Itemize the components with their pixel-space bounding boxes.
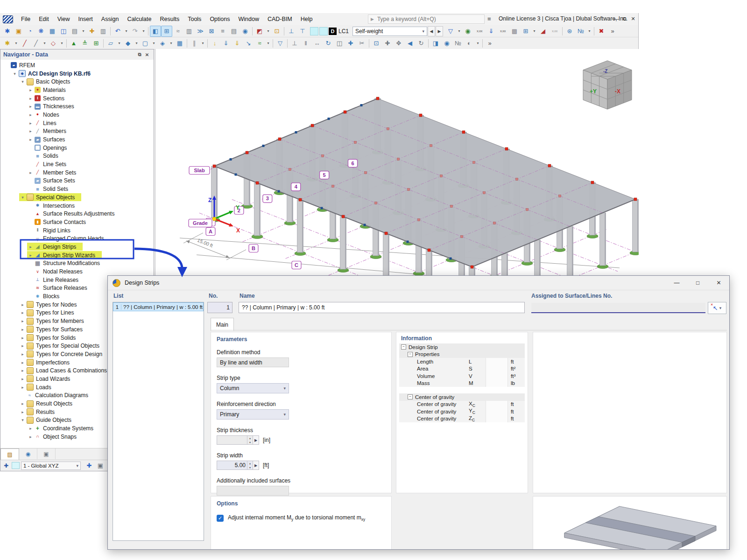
mirror[interactable]: ◫	[334, 38, 345, 49]
toolbar-overflow-2[interactable]: »	[484, 38, 495, 49]
lc-color-swatch-2[interactable]	[319, 27, 328, 35]
navigator-float-button[interactable]: ⧉	[136, 51, 143, 58]
tree-item-design-strip-wizards[interactable]: ▸Design Strip Wizards	[0, 251, 154, 259]
move-copy[interactable]: ✚	[345, 38, 356, 49]
list-item[interactable]: 1 ?? | Column | Primary | w : 5.00 ft	[113, 302, 204, 311]
tables-toggle[interactable]: ⊞	[161, 26, 172, 37]
expander-icon[interactable]: ▾	[19, 418, 26, 422]
previous-load-case-button[interactable]: ◀	[428, 26, 435, 36]
new-opening[interactable]: ▢	[140, 38, 151, 49]
tree-item-surface-contacts[interactable]: Surface Contacts	[0, 218, 154, 226]
menu-view[interactable]: View	[53, 14, 74, 25]
tree-item-special-objects[interactable]: ▾Special Objects	[0, 193, 154, 202]
network-projects[interactable]: ❋	[35, 26, 47, 37]
included-surfaces-field[interactable]	[217, 486, 289, 496]
align-objects[interactable]: ⊥	[289, 38, 300, 49]
tree-item-rigid-links[interactable]: Rigid Links	[0, 226, 154, 235]
menu-insert[interactable]: Insert	[74, 14, 97, 25]
opening-more[interactable]: ▾	[151, 38, 157, 49]
menu-assign[interactable]: Assign	[97, 14, 123, 25]
zoom-in[interactable]: ✚	[382, 38, 393, 49]
show-values-3[interactable]: x.xx	[549, 26, 561, 37]
expander-icon[interactable]: ▸	[19, 319, 26, 323]
expander-icon[interactable]: ▸	[19, 327, 26, 332]
presets-more[interactable]: ▾	[586, 26, 592, 37]
search-list-icon[interactable]: ≡	[487, 16, 495, 23]
adjust-moment-checkbox[interactable]: ✓	[217, 515, 224, 522]
new-imperfection[interactable]: ≈	[254, 38, 265, 49]
rotate-view[interactable]: ↻	[416, 38, 427, 49]
member-more[interactable]: ▾	[42, 38, 48, 49]
new-nodal-load[interactable]: ↓	[209, 38, 220, 49]
tab-views[interactable]: ▣	[37, 448, 56, 459]
navigator-toggle[interactable]: ◧	[150, 26, 161, 37]
new-surface-set[interactable]: ◈	[157, 38, 168, 49]
expander-icon[interactable]: ▸	[27, 245, 34, 249]
expander-icon[interactable]: ▾	[11, 71, 18, 76]
expander-icon[interactable]: ▸	[19, 352, 26, 357]
tree-item-surfaces[interactable]: ▸Surfaces	[0, 135, 154, 144]
console[interactable]: ≫	[195, 26, 206, 37]
clipping-planes[interactable]: ◨	[430, 38, 441, 49]
dialog-maximize-button[interactable]: □	[687, 276, 708, 289]
menu-edit[interactable]: Edit	[35, 14, 53, 25]
new-nodal-support[interactable]: ▲	[68, 38, 79, 49]
expander-icon[interactable]: ▸	[27, 104, 34, 109]
table-tools[interactable]: ▥	[183, 26, 195, 37]
expander-icon[interactable]: ▾	[19, 79, 26, 84]
undo[interactable]: ↶	[112, 26, 123, 37]
close-button[interactable]: ✕	[629, 14, 637, 23]
menu-file[interactable]: File	[17, 14, 35, 25]
tree-item-enlarged-column-heads[interactable]: Enlarged Column Heads	[0, 234, 154, 243]
expander-icon[interactable]: ▸	[27, 129, 34, 133]
polyline-more[interactable]: ▾	[59, 38, 65, 49]
reset-zoom[interactable]: ✖	[596, 26, 607, 37]
show-solids[interactable]: ▩	[509, 26, 520, 37]
expander-icon[interactable]: ▸	[27, 170, 34, 175]
expander-icon[interactable]: ▸	[19, 377, 26, 381]
filter-load-cases[interactable]: ▽	[445, 26, 456, 37]
new-surface-support[interactable]: ⊞	[91, 38, 102, 49]
print[interactable]: ▤	[69, 26, 80, 37]
collapse-icon[interactable]: −	[401, 344, 406, 350]
tree-item-line-sets[interactable]: Line Sets	[0, 160, 154, 168]
expander-icon[interactable]: ▸	[27, 434, 34, 439]
new-member[interactable]: ╱	[30, 38, 42, 49]
tree-item-member-sets[interactable]: ▸Member Sets	[0, 168, 154, 177]
collapse-icon[interactable]: −	[408, 394, 413, 399]
render-mode[interactable]: ◐	[464, 38, 475, 49]
view-cube[interactable]: +Y-X-Z	[583, 61, 632, 109]
show-values-1[interactable]: x.xx	[473, 26, 486, 37]
show-supports[interactable]: ◉	[462, 26, 473, 37]
expander-icon[interactable]: ▸	[27, 88, 34, 92]
bim-export[interactable]: ⊡	[271, 26, 282, 37]
expander-icon[interactable]: ▸	[19, 368, 26, 373]
edit-rotate[interactable]: ↻	[323, 38, 334, 49]
dialog-title-bar[interactable]: Design Strips	[108, 276, 729, 290]
saved-settings[interactable]: ⊛	[564, 26, 575, 37]
show-grid[interactable]: ⊞	[520, 26, 531, 37]
expander-icon[interactable]: ▸	[27, 426, 34, 431]
zoom-window[interactable]: ⊡	[371, 38, 382, 49]
model-sync[interactable]: ◔	[24, 26, 35, 37]
next-load-case-button[interactable]: ▶	[436, 26, 443, 36]
reinforcement-direction-select[interactable]: Primary ▾	[217, 409, 289, 420]
expander-icon[interactable]: ▸	[19, 310, 26, 315]
tree-item-basic-objects[interactable]: ▾Basic Objects	[0, 77, 154, 86]
menu-cad-bim[interactable]: CAD-BIM	[263, 14, 296, 25]
menu-calculate[interactable]: Calculate	[123, 14, 155, 25]
menu-tools[interactable]: Tools	[183, 14, 205, 25]
measure-more[interactable]: ▾	[200, 38, 206, 49]
pan-view[interactable]: ✥	[393, 38, 404, 49]
sc-tables[interactable]: ⊠	[206, 26, 217, 37]
load-case-combo[interactable]: Self-weight ▾	[352, 27, 427, 36]
tree-item-structure-modifications[interactable]: Structure Modifications	[0, 259, 154, 268]
guidelines[interactable]: ‖	[300, 38, 311, 49]
new-coordinate-system-button[interactable]: ✚	[84, 460, 95, 471]
strip-thickness-stepper[interactable]: ▴▾	[217, 435, 253, 445]
undo-more[interactable]: ▾	[123, 26, 129, 37]
expander-icon[interactable]: ▸	[19, 343, 26, 348]
toolbar-overflow-1[interactable]: »	[607, 26, 618, 37]
menu-window[interactable]: Window	[234, 14, 263, 25]
select-objects[interactable]: ◩	[254, 26, 265, 37]
